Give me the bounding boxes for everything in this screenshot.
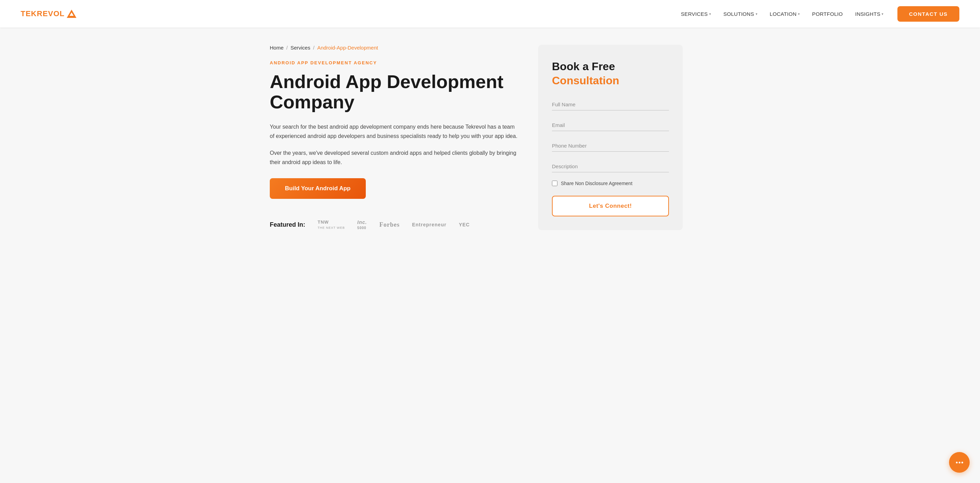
nav-item-insights[interactable]: INSIGHTS ▾ — [855, 11, 884, 17]
breadcrumb-current: Android-App-Development — [317, 45, 378, 51]
nda-row: Share Non Disclosure Agreement — [552, 181, 669, 186]
phone-input[interactable] — [552, 139, 669, 152]
nav-item-location[interactable]: LOCATION ▾ — [770, 11, 800, 17]
navbar: TEKREVOL SERVICES ▾ SOLUTIONS ▾ LOCATION… — [0, 0, 980, 27]
featured-section: Featured In: TNWTHE NEXT WEB Inc.5000 Fo… — [270, 219, 517, 230]
main-container: Home / Services / Android-App-Developmen… — [249, 27, 731, 251]
logo[interactable]: TEKREVOL — [21, 9, 76, 18]
description-input[interactable] — [552, 160, 669, 172]
nav-item-portfolio[interactable]: PORTFOLIO — [812, 11, 843, 17]
breadcrumb-sep-2: / — [313, 45, 315, 51]
full-name-group — [552, 98, 669, 110]
chevron-down-icon: ▾ — [798, 12, 800, 16]
email-group — [552, 119, 669, 131]
agency-label: ANDROID APP DEVELOPMENT AGENCY — [270, 60, 517, 65]
featured-logo-entrepreneur: Entrepreneur — [412, 222, 446, 227]
lets-connect-button[interactable]: Let's Connect! — [552, 196, 669, 216]
chevron-down-icon: ▾ — [709, 12, 711, 16]
hero-desc-1: Your search for the best android app dev… — [270, 122, 517, 141]
nda-checkbox[interactable] — [552, 181, 557, 186]
chevron-down-icon: ▾ — [756, 12, 757, 16]
email-input[interactable] — [552, 119, 669, 131]
breadcrumb-sep-1: / — [286, 45, 288, 51]
build-android-app-button[interactable]: Build Your Android App — [270, 178, 366, 199]
breadcrumb-services[interactable]: Services — [290, 45, 310, 51]
contact-us-button[interactable]: CONTACT US — [897, 6, 959, 22]
hero-title: Android App Development Company — [270, 71, 517, 113]
chevron-down-icon: ▾ — [881, 12, 883, 16]
featured-logo-tnw: TNWTHE NEXT WEB — [318, 219, 345, 230]
description-group — [552, 160, 669, 172]
hero-desc-2: Over the years, we've developed several … — [270, 148, 517, 167]
nav-item-services[interactable]: SERVICES ▾ — [681, 11, 711, 17]
full-name-input[interactable] — [552, 98, 669, 110]
logo-text: TEKREVOL — [21, 9, 65, 18]
nav-item-solutions[interactable]: SOLUTIONS ▾ — [723, 11, 757, 17]
logo-triangle-icon — [67, 10, 76, 18]
breadcrumb: Home / Services / Android-App-Developmen… — [270, 45, 517, 51]
featured-logo-inc: Inc.5000 — [357, 219, 367, 230]
form-title-line1: Book a Free — [552, 60, 669, 73]
nav-links: SERVICES ▾ SOLUTIONS ▾ LOCATION ▾ PORTFO… — [681, 11, 884, 17]
consultation-form: Book a Free Consultation Share Non Discl… — [538, 45, 683, 230]
form-title-line2: Consultation — [552, 74, 669, 87]
featured-logos: TNWTHE NEXT WEB Inc.5000 Forbes Entrepre… — [318, 219, 470, 230]
featured-label: Featured In: — [270, 221, 305, 229]
left-content: Home / Services / Android-App-Developmen… — [270, 45, 517, 230]
breadcrumb-home[interactable]: Home — [270, 45, 283, 51]
featured-logo-yec: YEC — [459, 222, 470, 227]
phone-group — [552, 139, 669, 152]
nda-label[interactable]: Share Non Disclosure Agreement — [561, 181, 632, 186]
featured-logo-forbes: Forbes — [379, 221, 399, 229]
